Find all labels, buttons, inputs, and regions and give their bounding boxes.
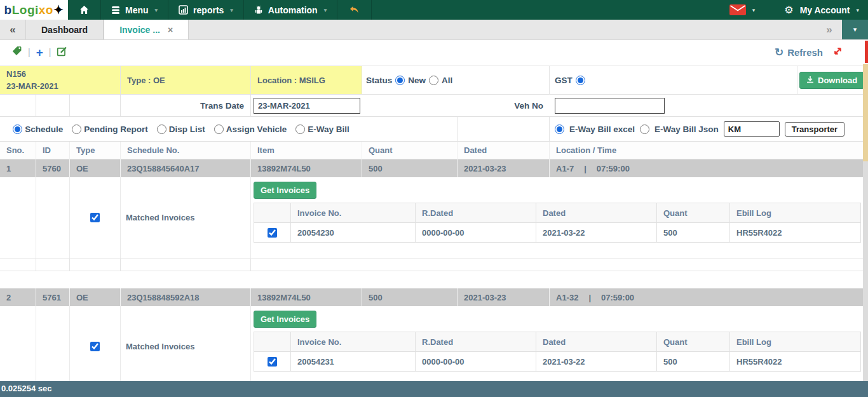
scrollbar-thumb[interactable]: [863, 64, 868, 161]
row1-matched-label: Matched Invoices: [121, 177, 251, 259]
nav-home[interactable]: [68, 0, 101, 20]
invoice-col-dated: Dated: [536, 332, 657, 352]
mode-pending-report-radio[interactable]: [72, 124, 81, 134]
type-cell: Type : OE: [121, 66, 251, 95]
add-icon[interactable]: +: [36, 46, 43, 58]
row2-location-time: A1-32 | 07:59:00: [550, 288, 864, 306]
robot-icon: [254, 6, 263, 15]
nav-undo[interactable]: [337, 0, 372, 20]
download-button[interactable]: Download: [799, 72, 864, 89]
nav-automation[interactable]: Automation ▾: [244, 0, 337, 20]
empty-cell: [0, 95, 36, 117]
logo-sparkle-icon: ✦: [53, 4, 64, 16]
mode-eway-bill-radio[interactable]: [295, 124, 305, 134]
home-icon: [79, 5, 89, 15]
navbar-right: ▾ ⚙ My Account ▾: [729, 0, 868, 20]
tab-dashboard[interactable]: Dashboard: [25, 20, 104, 39]
status-cell: Status New All: [362, 66, 550, 95]
trans-date-cell: [251, 95, 362, 117]
row2-matched-checkbox[interactable]: [90, 342, 100, 351]
collapse-left-icon[interactable]: «: [0, 20, 25, 39]
empty-cell: [70, 259, 121, 271]
invoice-row: 20054230 0000-00-00 2021-03-22 500 HR55R…: [254, 223, 861, 243]
refresh-button[interactable]: ↻ Refresh: [775, 46, 823, 59]
row1-item: 13892M74L50: [251, 159, 362, 177]
nav-reports[interactable]: reports ▾: [168, 0, 244, 20]
download-label: Download: [818, 76, 857, 85]
empty-cell: [36, 306, 70, 381]
veh-no-input[interactable]: [555, 98, 665, 114]
invoice-dated: 2021-03-22: [536, 223, 657, 243]
gear-icon[interactable]: ⚙: [784, 4, 793, 16]
get-invoices-button[interactable]: Get Invoices: [254, 182, 316, 199]
transporter-button[interactable]: Transporter: [785, 122, 844, 137]
veh-no-label-cell: Veh No: [362, 95, 550, 117]
ref-date: 23-MAR-2021: [6, 80, 58, 93]
invoice-col-quant: Quant: [657, 332, 730, 352]
logo-text: bLogixo: [4, 4, 53, 16]
row1-matched-checkbox[interactable]: [90, 213, 100, 222]
close-icon[interactable]: ×: [168, 25, 173, 35]
gst-radio[interactable]: [576, 76, 585, 85]
invoice-col-rdated: R.Dated: [416, 332, 536, 352]
status-new-label: New: [408, 76, 426, 85]
collapse-right-icon[interactable]: »: [817, 20, 842, 39]
pipe-separator: |: [588, 293, 591, 302]
vertical-scrollbar[interactable]: [863, 64, 868, 381]
empty-cell: [362, 117, 458, 142]
chevron-down-icon[interactable]: ▾: [856, 7, 859, 13]
invoice-col-ebill: Ebill Log: [730, 332, 861, 352]
mail-icon[interactable]: [729, 4, 746, 15]
chevron-down-icon[interactable]: ▾: [752, 7, 756, 13]
mode-assign-vehicle-radio[interactable]: [214, 124, 224, 134]
trans-date-input[interactable]: [254, 98, 360, 114]
main-content: N15623-MAR-2021 Type : OE Location : MSI…: [0, 64, 868, 381]
mode-assign-vehicle-label: Assign Vehicle: [226, 124, 287, 134]
row2-time: 07:59:00: [601, 293, 634, 302]
km-input[interactable]: [724, 121, 780, 137]
status-all-radio[interactable]: [429, 76, 438, 85]
status-label: Status: [366, 76, 392, 85]
eway-excel-radio[interactable]: [555, 124, 564, 134]
invoice-col-no: Invoice No.: [291, 332, 416, 352]
row1-select-cell: [70, 177, 121, 259]
chevron-down-icon: ▾: [853, 25, 857, 34]
row2-sno: 2: [0, 288, 36, 306]
row1-quant: 500: [362, 159, 458, 177]
col-header-dated: Dated: [458, 142, 550, 159]
tab-invoice[interactable]: Invoice ... ×: [104, 20, 189, 39]
tab-bar-right: » ▾: [817, 20, 868, 39]
edit-icon[interactable]: [57, 46, 67, 59]
trans-date-label-cell: Trans Date: [121, 95, 251, 117]
mode-disp-list-radio[interactable]: [157, 124, 166, 134]
invoice-quant: 500: [657, 223, 730, 243]
my-account-label[interactable]: My Account: [800, 5, 850, 15]
invoice-no: 20054231: [291, 352, 416, 372]
col-header-quant: Quant: [362, 142, 458, 159]
toolbar-separator: |: [28, 47, 31, 57]
invoice-dated: 2021-03-22: [536, 352, 657, 372]
invoice-col-quant: Quant: [657, 203, 730, 223]
invoice-ebill: HR55R4022: [730, 223, 861, 243]
toolbar-left: | + |: [11, 46, 67, 59]
nav-menu[interactable]: Menu ▾: [101, 0, 168, 20]
row1-dated: 2021-03-23: [458, 159, 550, 177]
col-header-sno: Sno.: [0, 142, 36, 159]
col-header-location-time: Location / Time: [550, 142, 864, 159]
invoice-checkbox[interactable]: [268, 357, 277, 367]
mode-schedule-radio[interactable]: [13, 124, 22, 134]
eway-json-radio[interactable]: [640, 124, 649, 134]
row2-select-cell: [70, 306, 121, 381]
tag-icon[interactable]: [11, 46, 22, 59]
tab-invoice-label: Invoice ...: [119, 25, 160, 35]
row2-schedule-no: 23Q158848592A18: [121, 288, 251, 306]
expand-icon[interactable]: [833, 46, 843, 58]
get-invoices-button[interactable]: Get Invoices: [254, 311, 316, 328]
menu-stack-icon: [111, 6, 120, 15]
tab-list-dropdown-button[interactable]: ▾: [842, 20, 868, 39]
invoice-col-rdated: R.Dated: [416, 203, 536, 223]
logo[interactable]: bLogixo ✦: [0, 0, 68, 20]
block-gap: [0, 271, 864, 288]
invoice-checkbox[interactable]: [268, 228, 277, 238]
status-new-radio[interactable]: [395, 76, 405, 85]
